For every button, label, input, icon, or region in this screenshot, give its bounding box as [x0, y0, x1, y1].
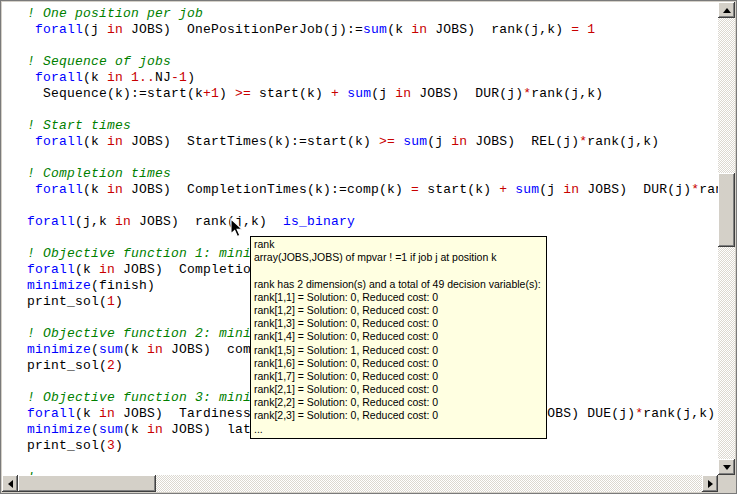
horizontal-scrollbar[interactable] [2, 475, 718, 492]
code-line [19, 198, 718, 214]
tooltip-line: rank[1,5] = Solution: 1, Reduced cost: 0 [254, 344, 541, 357]
tooltip-line: rank has 2 dimension(s) and a total of 4… [254, 278, 541, 291]
code-line [19, 454, 718, 470]
code-line [19, 38, 718, 54]
scroll-left-button[interactable] [2, 475, 18, 492]
code-line [19, 102, 718, 118]
tooltip-line [254, 264, 541, 277]
code-line [19, 150, 718, 166]
scroll-down-button[interactable] [718, 459, 735, 475]
variable-inspect-tooltip: rankarray(JOBS,JOBS) of mpvar ! =1 if jo… [250, 236, 547, 439]
code-line: print_sol(3) [19, 438, 718, 454]
horizontal-scroll-thumb[interactable] [18, 475, 156, 492]
code-line: forall(k in JOBS) CompletionTimes(k):=co… [19, 182, 718, 198]
tooltip-line: rank[2,2] = Solution: 0, Reduced cost: 0 [254, 396, 541, 409]
mouse-cursor-icon [230, 218, 245, 239]
tooltip-line: rank[1,4] = Solution: 0, Reduced cost: 0 [254, 330, 541, 343]
code-line: ! Sequence of jobs [19, 54, 718, 70]
code-line: forall(k in 1..NJ-1) [19, 70, 718, 86]
tooltip-line: rank[2,1] = Solution: 0, Reduced cost: 0 [254, 383, 541, 396]
tooltip-line: rank[2,3] = Solution: 0, Reduced cost: 0 [254, 409, 541, 422]
arrow-right-icon [708, 480, 713, 488]
code-line: forall(k in JOBS) StartTimes(k):=start(k… [19, 134, 718, 150]
code-line: ! Start times [19, 118, 718, 134]
code-line: ! Completion times [19, 166, 718, 182]
code-line: ! One position per job [19, 6, 718, 22]
tooltip-line: ... [254, 423, 541, 436]
code-line: Sequence(k):=start(k+1) >= start(k) + su… [19, 86, 718, 102]
tooltip-line: rank[1,3] = Solution: 0, Reduced cost: 0 [254, 317, 541, 330]
tooltip-line: rank[1,1] = Solution: 0, Reduced cost: 0 [254, 291, 541, 304]
vertical-scroll-thumb[interactable] [718, 173, 735, 247]
scroll-up-button[interactable] [718, 2, 735, 18]
arrow-up-icon [723, 8, 731, 13]
tooltip-line: rank[1,6] = Solution: 0, Reduced cost: 0 [254, 357, 541, 370]
tooltip-line: rank[1,7] = Solution: 0, Reduced cost: 0 [254, 370, 541, 383]
arrow-down-icon [723, 465, 731, 470]
tooltip-line: rank [254, 238, 541, 251]
tooltip-line: rank[1,2] = Solution: 0, Reduced cost: 0 [254, 304, 541, 317]
scroll-right-button[interactable] [702, 475, 718, 492]
code-line: forall(j,k in JOBS) rank(j,k) is_binary [19, 214, 718, 230]
tooltip-line: array(JOBS,JOBS) of mpvar ! =1 if job j … [254, 251, 541, 264]
arrow-left-icon [8, 480, 13, 488]
code-editor-window: ! One position per job forall(j in JOBS)… [0, 0, 737, 494]
code-line: forall(j in JOBS) OnePositionPerJob(j):=… [19, 22, 718, 38]
scrollbar-corner [718, 475, 735, 492]
vertical-scrollbar[interactable] [718, 2, 735, 475]
